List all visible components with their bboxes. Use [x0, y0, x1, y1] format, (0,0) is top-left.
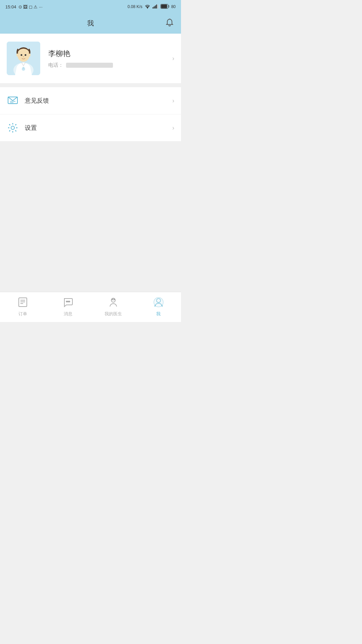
bottom-navigation: 订单 消息 [0, 292, 181, 322]
status-time: 15:04 [5, 4, 16, 9]
menu-item-settings[interactable]: 设置 › [0, 114, 181, 141]
my-doctor-label: 我的医生 [105, 311, 122, 317]
status-icons: ⊙ 🖼 ◻ ⚠ ··· [18, 4, 43, 9]
svg-point-29 [66, 301, 67, 302]
orders-label: 订单 [18, 311, 27, 317]
svg-rect-2 [154, 6, 155, 8]
svg-rect-4 [156, 4, 157, 8]
nav-item-my-doctor[interactable]: 我的医生 [90, 297, 136, 317]
feedback-icon [7, 95, 19, 107]
profile-info: 李柳艳 电话： [40, 49, 169, 68]
settings-icon [7, 122, 19, 134]
my-doctor-icon [108, 297, 118, 310]
nav-item-messages[interactable]: 消息 [45, 297, 90, 317]
svg-point-30 [67, 301, 68, 302]
profile-section[interactable]: 李柳艳 电话： › [0, 34, 181, 83]
nav-item-me[interactable]: 我 [136, 297, 181, 317]
svg-point-12 [22, 67, 24, 69]
menu-item-feedback[interactable]: 意见反馈 › [0, 87, 181, 114]
svg-point-8 [169, 18, 170, 19]
messages-label: 消息 [64, 311, 72, 317]
feedback-label: 意见反馈 [25, 97, 172, 105]
battery-level: 80 [171, 4, 176, 9]
wifi-icon [144, 4, 150, 10]
svg-point-0 [147, 8, 147, 8]
svg-line-19 [8, 97, 13, 101]
svg-line-20 [13, 97, 17, 101]
status-speed: 0.08 K/s [128, 4, 142, 9]
battery-icon [161, 4, 169, 10]
orders-icon [18, 297, 28, 310]
phone-label: 电话： [48, 62, 63, 68]
phone-number-blurred [66, 63, 113, 68]
svg-point-14 [21, 54, 22, 56]
svg-point-31 [69, 301, 70, 302]
svg-rect-1 [153, 7, 154, 8]
status-right: 0.08 K/s 80 [128, 4, 176, 10]
signal-icon [153, 4, 159, 10]
svg-point-37 [154, 298, 163, 307]
status-left: 15:04 ⊙ 🖼 ◻ ⚠ ··· [5, 4, 43, 9]
svg-rect-3 [155, 5, 156, 8]
avatar [7, 42, 40, 75]
settings-arrow: › [172, 124, 174, 131]
profile-phone: 电话： [48, 62, 169, 68]
svg-rect-7 [161, 4, 167, 8]
svg-point-17 [28, 54, 31, 57]
feedback-arrow: › [172, 97, 174, 104]
settings-label: 设置 [25, 124, 172, 132]
me-label: 我 [156, 311, 161, 317]
svg-rect-5 [157, 4, 158, 8]
page-title: 我 [87, 19, 94, 28]
menu-section: 意见反馈 › 设置 › [0, 87, 181, 141]
svg-point-13 [17, 48, 29, 62]
profile-name: 李柳艳 [48, 49, 169, 59]
me-icon [154, 297, 164, 310]
bell-icon[interactable] [165, 18, 174, 29]
svg-point-15 [25, 54, 26, 56]
header: 我 [0, 13, 181, 34]
nav-item-orders[interactable]: 订单 [0, 297, 45, 317]
profile-arrow: › [169, 55, 174, 62]
status-bar: 15:04 ⊙ 🖼 ◻ ⚠ ··· 0.08 K/s [0, 0, 181, 13]
messages-icon [63, 297, 73, 310]
svg-point-23 [11, 126, 14, 129]
svg-point-16 [16, 54, 18, 57]
